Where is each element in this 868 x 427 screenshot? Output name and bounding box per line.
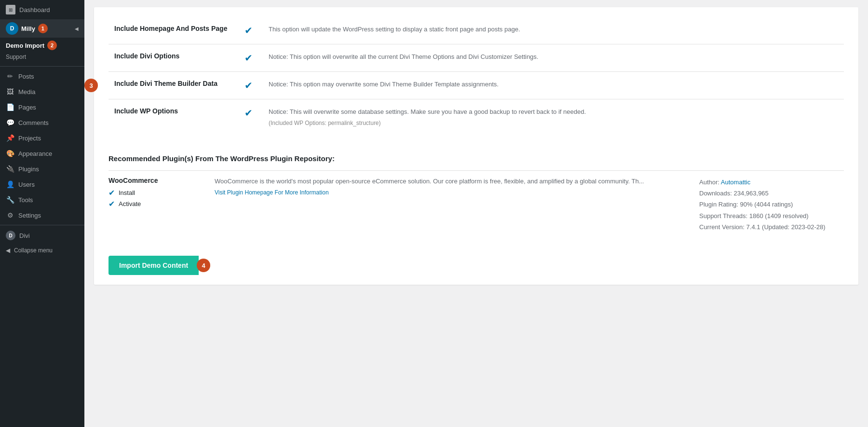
option-check-wp-options[interactable]: ✔ bbox=[234, 99, 263, 135]
checkmark-divi-options: ✔ bbox=[244, 53, 253, 63]
sidebar-divider-2 bbox=[0, 225, 84, 225]
wp-options-subnote: (Included WP Options: permalink_structur… bbox=[269, 119, 838, 127]
avatar: D bbox=[6, 22, 18, 35]
sidebar-item-tools-label: Tools bbox=[18, 196, 33, 204]
options-table: Include Homepage And Posts Page ✔ This o… bbox=[108, 17, 844, 135]
plugins-section-title: Recommended Plugin(s) From The WordPress… bbox=[108, 154, 844, 163]
wp-options-description: Notice: This will overwrite some databas… bbox=[269, 108, 586, 115]
table-row: Include Homepage And Posts Page ✔ This o… bbox=[108, 17, 844, 44]
install-checkmark: ✔ bbox=[108, 188, 115, 197]
sidebar-item-posts-label: Posts bbox=[18, 73, 34, 80]
author-link[interactable]: Automattic bbox=[721, 179, 750, 186]
sidebar-item-tools[interactable]: 🔧 Tools bbox=[0, 192, 84, 207]
appearance-icon: 🎨 bbox=[6, 149, 14, 158]
sidebar-item-support[interactable]: Support bbox=[0, 52, 84, 64]
import-badge: 4 bbox=[197, 259, 210, 272]
option-name-divi-builder: 3 Include Divi Theme Builder Data bbox=[108, 72, 234, 99]
option-desc-divi-builder: Notice: This option may overwrite some D… bbox=[263, 72, 844, 99]
sidebar-item-appearance[interactable]: 🎨 Appearance bbox=[0, 146, 84, 161]
sidebar-item-projects[interactable]: 📌 Projects bbox=[0, 130, 84, 146]
install-label: Install bbox=[119, 189, 135, 196]
posts-icon: ✏ bbox=[6, 72, 14, 81]
option-name-homepage: Include Homepage And Posts Page bbox=[108, 17, 234, 44]
sidebar-item-settings[interactable]: ⚙ Settings bbox=[0, 207, 84, 223]
sidebar-item-plugins[interactable]: 🔌 Plugins bbox=[0, 161, 84, 177]
sidebar-item-posts[interactable]: ✏ Posts bbox=[0, 69, 84, 84]
option-desc-homepage: This option will update the WordPress se… bbox=[263, 17, 844, 44]
sidebar-arrow-icon: ◀ bbox=[75, 26, 79, 31]
table-row: 3 Include Divi Theme Builder Data ✔ Noti… bbox=[108, 72, 844, 99]
plugin-activate-action[interactable]: ✔ Activate bbox=[108, 199, 205, 208]
plugin-homepage-link[interactable]: Visit Plugin Homepage For More Informati… bbox=[215, 189, 329, 196]
table-row: Include WP Options ✔ Notice: This will o… bbox=[108, 99, 844, 135]
import-button-label: Import Demo Content bbox=[119, 262, 188, 269]
plugin-card-woocommerce: WooCommerce ✔ Install ✔ Activate WooComm… bbox=[108, 170, 844, 239]
option-check-divi-builder[interactable]: ✔ bbox=[234, 72, 263, 99]
comments-icon: 💬 bbox=[6, 118, 14, 127]
sidebar-item-settings-label: Settings bbox=[18, 212, 41, 219]
activate-checkmark: ✔ bbox=[108, 199, 115, 208]
plugin-downloads: Downloads: 234,963,965 bbox=[699, 188, 844, 199]
projects-icon: 📌 bbox=[6, 134, 14, 142]
divi-builder-description: Notice: This option may overwrite some D… bbox=[269, 81, 499, 88]
plugin-install-action[interactable]: ✔ Install bbox=[108, 188, 205, 197]
plugin-meta: Author: Automattic Downloads: 234,963,96… bbox=[699, 177, 844, 233]
sidebar-user-name: Milly bbox=[21, 25, 35, 32]
plugin-description: WooCommerce is the world's most popular … bbox=[215, 177, 690, 186]
collapse-menu-button[interactable]: ◀ Collapse menu bbox=[0, 244, 84, 257]
tools-icon: 🔧 bbox=[6, 195, 14, 204]
plugin-desc-col: WooCommerce is the world's most popular … bbox=[215, 177, 690, 233]
sidebar-item-appearance-label: Appearance bbox=[18, 150, 52, 157]
sidebar-item-comments-label: Comments bbox=[18, 119, 49, 126]
import-badge-count: 4 bbox=[202, 262, 205, 269]
demo-import-badge: 2 bbox=[47, 41, 57, 50]
import-btn-wrap: Import Demo Content 4 bbox=[108, 250, 844, 275]
demo-import-badge-count: 2 bbox=[51, 42, 54, 48]
option-check-divi-options[interactable]: ✔ bbox=[234, 44, 263, 72]
plugins-section: Recommended Plugin(s) From The WordPress… bbox=[108, 147, 844, 239]
option-name-wp-options: Include WP Options bbox=[108, 99, 234, 135]
plugin-meta-col: Author: Automattic Downloads: 234,963,96… bbox=[699, 177, 844, 233]
plugin-link-label: Visit Plugin Homepage For More Informati… bbox=[215, 189, 329, 196]
support-label: Support bbox=[6, 54, 26, 60]
sidebar-item-users-label: Users bbox=[18, 181, 35, 188]
sidebar-divider bbox=[0, 66, 84, 67]
step3-badge: 3 bbox=[84, 79, 98, 92]
divi-options-description: Notice: This option will overwrite all t… bbox=[269, 53, 538, 60]
settings-icon: ⚙ bbox=[6, 211, 14, 220]
sidebar-item-comments[interactable]: 💬 Comments bbox=[0, 115, 84, 130]
checkmark-homepage: ✔ bbox=[244, 25, 253, 36]
sidebar-item-demo-import[interactable]: Demo Import 2 bbox=[0, 38, 84, 52]
plugins-icon: 🔌 bbox=[6, 165, 14, 173]
sidebar-item-divi[interactable]: D Divi bbox=[0, 227, 84, 244]
sidebar-item-users[interactable]: 👤 Users bbox=[0, 177, 84, 192]
option-check-homepage[interactable]: ✔ bbox=[234, 17, 263, 44]
pages-icon: 📄 bbox=[6, 103, 14, 111]
plugin-name: WooCommerce bbox=[108, 177, 205, 184]
avatar-initial: D bbox=[10, 25, 14, 32]
content-wrap: Include Homepage And Posts Page ✔ This o… bbox=[94, 7, 858, 285]
option-desc-divi-options: Notice: This option will overwrite all t… bbox=[263, 44, 844, 72]
plugin-author: Author: Automattic bbox=[699, 177, 844, 188]
collapse-icon: ◀ bbox=[6, 247, 10, 254]
option-name-divi-options: Include Divi Options bbox=[108, 44, 234, 72]
collapse-menu-label: Collapse menu bbox=[14, 247, 53, 254]
checkmark-divi-builder: ✔ bbox=[244, 80, 253, 91]
sidebar-item-pages[interactable]: 📄 Pages bbox=[0, 99, 84, 115]
activate-label: Activate bbox=[119, 200, 141, 207]
sidebar-item-media[interactable]: 🖼 Media bbox=[0, 84, 84, 99]
users-icon: 👤 bbox=[6, 180, 14, 189]
sidebar-item-dashboard[interactable]: ⊞ Dashboard bbox=[0, 0, 84, 19]
checkmark-wp-options: ✔ bbox=[244, 108, 253, 118]
sidebar-user-row[interactable]: D Milly 1 ◀ bbox=[0, 19, 84, 38]
author-name: Automattic bbox=[721, 179, 750, 186]
import-demo-content-button[interactable]: Import Demo Content bbox=[108, 256, 199, 275]
plugin-support-threads: Support Threads: 1860 (1409 resolved) bbox=[699, 210, 844, 221]
plugin-name-col: WooCommerce ✔ Install ✔ Activate bbox=[108, 177, 205, 233]
table-row: Include Divi Options ✔ Notice: This opti… bbox=[108, 44, 844, 72]
plugin-version: Current Version: 7.4.1 (Updated: 2023-02… bbox=[699, 221, 844, 233]
divi-icon: D bbox=[6, 231, 15, 240]
sidebar-item-plugins-label: Plugins bbox=[18, 165, 39, 173]
sidebar-item-projects-label: Projects bbox=[18, 135, 41, 142]
sidebar-divi-label: Divi bbox=[19, 232, 30, 239]
